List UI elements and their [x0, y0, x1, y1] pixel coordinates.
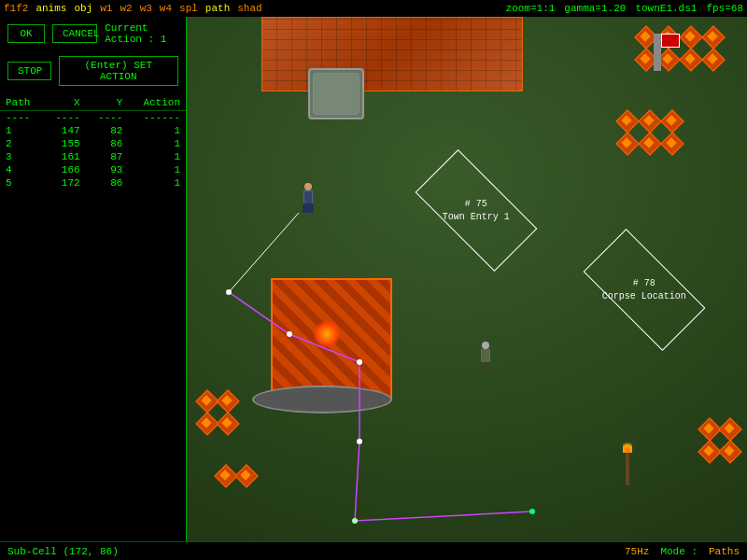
menu-w4[interactable]: w4 — [160, 3, 172, 14]
cell-action: 1 — [128, 124, 186, 137]
small-tiles-left — [196, 390, 235, 433]
cell-x: 172 — [43, 176, 86, 189]
sep-x: ---- — [43, 111, 86, 125]
table-row[interactable]: 2155861 — [0, 137, 186, 150]
menu-path[interactable]: path — [205, 3, 230, 14]
cell-action: 1 — [128, 137, 186, 150]
left-panel: OK CANCEL Current Action : 1 STOP (Enter… — [0, 17, 187, 541]
path-table-body: 11478212155861316187141669315172861 — [0, 124, 186, 189]
cell-path: 1 — [0, 124, 43, 137]
menu-anims[interactable]: anims — [35, 3, 66, 14]
col-header-path: Path — [0, 95, 43, 111]
marker-75-text: # 75Town Entry 1 — [443, 199, 510, 222]
path-table: Path X Y Action ---- ---- ---- ------ 11… — [0, 95, 186, 189]
subcell-status: Sub-Cell (172, 86) — [7, 546, 119, 557]
stone-ring — [252, 385, 392, 413]
top-button-row: OK CANCEL Current Action : 1 — [0, 17, 186, 50]
top-menu-bar: f1f2 anims obj w1 w2 w3 w4 spl path shad… — [0, 0, 747, 17]
sep-y: ---- — [86, 111, 129, 125]
marker-75: # 75Town Entry 1 — [420, 180, 532, 241]
menu-shad[interactable]: shad — [237, 3, 261, 14]
sep-path: ---- — [0, 111, 43, 125]
stone-building-inner — [313, 73, 359, 115]
cell-path: 4 — [0, 163, 43, 176]
bottom-tiles — [215, 465, 254, 485]
table-row[interactable]: 5172861 — [0, 176, 186, 189]
current-action-label: Current Action : 1 — [105, 22, 178, 45]
cell-y: 93 — [86, 163, 129, 176]
ok-button[interactable]: OK — [7, 24, 45, 43]
fire-effect — [313, 320, 341, 348]
menu-w2[interactable]: w2 — [120, 3, 132, 14]
cell-x: 155 — [43, 137, 86, 150]
cell-path: 2 — [0, 137, 43, 150]
menu-f1f2[interactable]: f1f2 — [4, 3, 28, 14]
character-1 — [299, 175, 317, 213]
col-header-action: Action — [128, 95, 186, 111]
second-button-row: STOP (Enter) SET ACTION — [0, 50, 186, 91]
table-row[interactable]: 4166931 — [0, 163, 186, 176]
fire-tile-area — [271, 278, 392, 399]
table-row[interactable]: 1147821 — [0, 124, 186, 137]
marker-78-text: # 78Corpse Location — [602, 278, 686, 301]
cell-action: 1 — [128, 176, 186, 189]
menu-w3[interactable]: w3 — [140, 3, 152, 14]
top-right-tiles — [635, 26, 728, 82]
col-header-y: Y — [86, 95, 129, 111]
fps-info: fps=68 — [706, 3, 743, 14]
character-2 — [476, 334, 495, 371]
cell-y: 87 — [86, 150, 129, 163]
cell-path: 3 — [0, 150, 43, 163]
cell-y: 86 — [86, 176, 129, 189]
status-bar: Sub-Cell (172, 86) 75Hz Mode : Paths — [0, 541, 747, 560]
stop-button[interactable]: STOP — [7, 62, 51, 80]
cell-action: 1 — [128, 150, 186, 163]
top-brick-area — [261, 17, 523, 91]
cell-y: 82 — [86, 124, 129, 137]
col-header-x: X — [43, 95, 86, 111]
sep-action: ------ — [128, 111, 186, 125]
top-center-right-tiles — [616, 110, 691, 166]
set-action-button[interactable]: (Enter) SET ACTION — [59, 56, 178, 86]
cell-x: 161 — [43, 150, 86, 163]
menu-w1[interactable]: w1 — [100, 3, 112, 14]
town-info: townE1.ds1 — [635, 3, 697, 14]
hz-status: 75Hz — [625, 546, 649, 557]
cell-y: 86 — [86, 137, 129, 150]
mode-value: Paths — [709, 546, 740, 557]
cell-action: 1 — [128, 163, 186, 176]
marker-78: # 78Corpse Location — [588, 259, 700, 320]
table-row[interactable]: 3161871 — [0, 150, 186, 163]
cell-path: 5 — [0, 176, 43, 189]
mode-label: Mode : — [660, 546, 698, 557]
menu-spl[interactable]: spl — [179, 3, 198, 14]
zoom-info: zoom=1:1 — [506, 3, 556, 14]
small-tiles-right — [698, 418, 738, 461]
torch — [626, 440, 635, 485]
cell-x: 147 — [43, 124, 86, 137]
menu-obj[interactable]: obj — [74, 3, 92, 14]
cancel-button[interactable]: CANCEL — [52, 24, 97, 43]
gamma-info: gamma=1.20 — [564, 3, 626, 14]
cell-x: 166 — [43, 163, 86, 176]
